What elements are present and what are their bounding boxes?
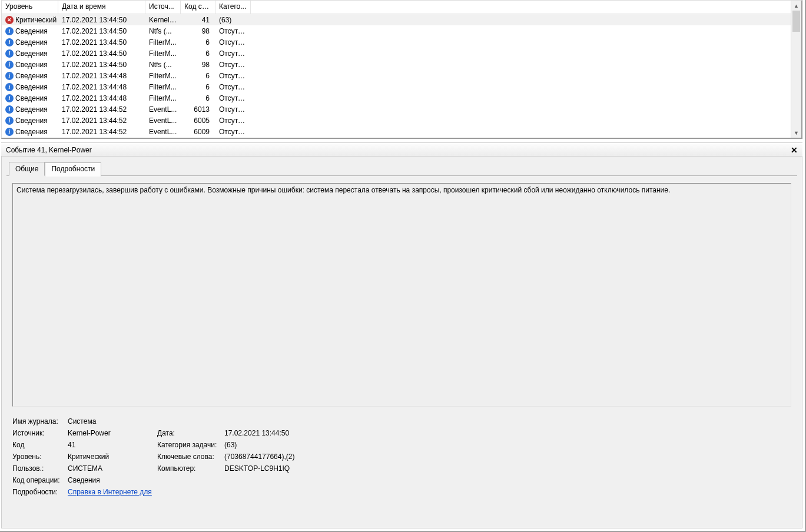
tab-details[interactable]: Подробности — [45, 162, 101, 177]
label-level: Уровень: — [12, 453, 67, 461]
cell-category: Отсутс... — [215, 61, 251, 69]
cell-datetime: 17.02.2021 13:44:50 — [58, 38, 145, 46]
cell-category: Отсутс... — [215, 27, 251, 35]
cell-source: EventL... — [145, 117, 181, 125]
detail-header-bar: Событие 41, Kernel-Power ✕ — [1, 142, 802, 157]
scroll-up-button[interactable]: ▲ — [791, 1, 801, 11]
event-message-text: Система перезагрузилась, завершив работу… — [16, 186, 670, 194]
cell-datetime: 17.02.2021 13:44:52 — [58, 105, 145, 114]
label-date: Дата: — [157, 429, 223, 437]
scroll-thumb[interactable] — [792, 11, 800, 32]
cell-category: Отсутс... — [215, 128, 251, 136]
table-row[interactable]: Сведения17.02.2021 13:44:48FilterM...6От… — [2, 81, 791, 92]
cell-datetime: 17.02.2021 13:44:48 — [58, 72, 145, 80]
cell-datetime: 17.02.2021 13:44:52 — [58, 128, 145, 136]
detail-title: Событие 41, Kernel-Power — [6, 146, 92, 154]
label-computer: Компьютер: — [157, 464, 223, 473]
table-row[interactable]: Критический17.02.2021 13:44:50Kernel-...… — [2, 14, 791, 25]
value-user: СИСТЕМА — [68, 464, 156, 473]
grid-header-row: Уровень Дата и время Источ... Код со... … — [2, 1, 791, 14]
col-source-header[interactable]: Источ... — [145, 1, 181, 14]
col-category-header[interactable]: Катего... — [215, 1, 251, 14]
table-row[interactable]: Сведения17.02.2021 13:44:52EventL...6009… — [2, 126, 791, 137]
label-code: Код — [12, 441, 67, 449]
cell-source: FilterM... — [145, 49, 181, 58]
value-keywords: (70368744177664),(2) — [224, 453, 791, 461]
online-help-link[interactable]: Справка в Интернете для — [68, 488, 152, 496]
cell-level: Сведения — [15, 61, 48, 69]
tab-general[interactable]: Общие — [9, 162, 45, 176]
table-row[interactable]: Сведения17.02.2021 13:44:50Ntfs (...98От… — [2, 59, 791, 70]
cell-level: Сведения — [15, 49, 48, 58]
cell-category: Отсутс... — [215, 117, 251, 125]
cell-datetime: 17.02.2021 13:44:50 — [58, 16, 145, 24]
cell-datetime: 17.02.2021 13:44:48 — [58, 83, 145, 91]
info-icon — [5, 49, 14, 58]
table-row[interactable]: Сведения17.02.2021 13:44:50FilterM...6От… — [2, 36, 791, 48]
table-row[interactable]: Сведения17.02.2021 13:44:50Ntfs (...98От… — [2, 25, 791, 36]
cell-code: 98 — [181, 27, 215, 35]
event-properties: Имя журнала: Система Источник: Kernel-Po… — [12, 417, 791, 496]
cell-category: Отсутс... — [215, 94, 251, 102]
scroll-track[interactable] — [791, 11, 801, 128]
detail-tabs: Общие Подробности — [2, 157, 802, 175]
info-icon — [5, 61, 14, 69]
cell-level: Сведения — [15, 38, 48, 46]
cell-datetime: 17.02.2021 13:44:50 — [58, 49, 145, 58]
value-source: Kernel-Power — [68, 429, 156, 437]
label-user: Пользов.: — [12, 464, 67, 473]
scroll-down-button[interactable]: ▼ — [791, 128, 801, 138]
table-row[interactable]: Сведения17.02.2021 13:44:50FilterM...6От… — [2, 48, 791, 59]
cell-code: 6 — [181, 49, 215, 58]
table-row[interactable]: Сведения17.02.2021 13:44:48FilterM...6От… — [2, 70, 791, 81]
cell-datetime: 17.02.2021 13:44:52 — [58, 117, 145, 125]
col-datetime-header[interactable]: Дата и время — [58, 1, 145, 14]
cell-source: EventL... — [145, 105, 181, 114]
value-date: 17.02.2021 13:44:50 — [224, 429, 791, 437]
table-row[interactable]: Сведения17.02.2021 13:44:48FilterM...6От… — [2, 92, 791, 104]
cell-level: Сведения — [15, 117, 48, 125]
event-grid[interactable]: Уровень Дата и время Источ... Код со... … — [2, 1, 791, 138]
grid-scrollbar[interactable]: ▲ ▼ — [791, 1, 801, 138]
cell-source: Ntfs (... — [145, 27, 181, 35]
close-icon[interactable]: ✕ — [790, 145, 799, 155]
error-icon — [5, 16, 14, 24]
cell-source: FilterM... — [145, 72, 181, 80]
detail-pane: Общие Подробности Система перезагрузилас… — [1, 157, 802, 528]
cell-source: EventL... — [145, 128, 181, 136]
cell-code: 6 — [181, 38, 215, 46]
cell-datetime: 17.02.2021 13:44:48 — [58, 94, 145, 102]
cell-code: 6 — [181, 72, 215, 80]
col-code-header[interactable]: Код со... — [181, 1, 215, 14]
grid-rows: Критический17.02.2021 13:44:50Kernel-...… — [2, 14, 791, 137]
tab-panel-general: Система перезагрузилась, завершив работу… — [6, 175, 797, 523]
label-source: Источник: — [12, 429, 67, 437]
cell-category: Отсутс... — [215, 83, 251, 91]
info-icon — [5, 94, 14, 102]
col-level-header[interactable]: Уровень — [2, 1, 58, 14]
value-task-cat: (63) — [224, 441, 791, 449]
table-row[interactable]: Сведения17.02.2021 13:44:52EventL...6013… — [2, 104, 791, 115]
cell-level: Сведения — [15, 27, 48, 35]
event-message-box: Система перезагрузилась, завершив работу… — [12, 183, 791, 407]
info-icon — [5, 105, 14, 114]
cell-level: Сведения — [15, 83, 48, 91]
event-viewer-window: Уровень Дата и время Источ... Код со... … — [0, 0, 806, 532]
cell-level: Сведения — [15, 94, 48, 102]
cell-code: 6005 — [181, 117, 215, 125]
label-keywords: Ключевые слова: — [157, 453, 223, 461]
cell-level: Сведения — [15, 105, 48, 114]
label-task-cat: Категория задачи: — [157, 441, 223, 449]
cell-category: Отсутс... — [215, 38, 251, 46]
cell-source: FilterM... — [145, 38, 181, 46]
table-row[interactable]: Сведения17.02.2021 13:44:52EventL...6005… — [2, 115, 791, 126]
info-icon — [5, 117, 14, 125]
cell-code: 6 — [181, 83, 215, 91]
event-list-pane: Уровень Дата и время Источ... Код со... … — [1, 0, 802, 139]
cell-datetime: 17.02.2021 13:44:50 — [58, 27, 145, 35]
cell-source: Kernel-... — [145, 16, 181, 24]
cell-category: (63) — [215, 16, 251, 24]
cell-code: 6009 — [181, 128, 215, 136]
cell-source: FilterM... — [145, 94, 181, 102]
cell-code: 98 — [181, 61, 215, 69]
